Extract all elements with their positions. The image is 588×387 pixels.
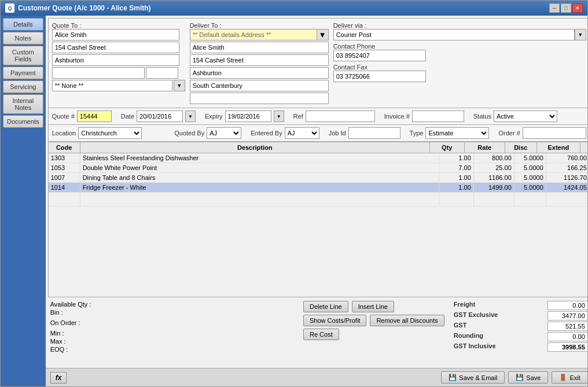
bottom-section: Available Qty : Bin : On Order : Min : M… — [48, 298, 587, 368]
entered-by-label: Entered By — [251, 130, 282, 137]
expiry-input[interactable] — [225, 110, 271, 122]
maximize-button[interactable]: □ — [561, 3, 571, 13]
cell-code-3: 1014 — [49, 183, 80, 192]
minimize-button[interactable]: ─ — [549, 3, 560, 13]
gst-inclusive-value: 3998.55 — [547, 342, 587, 352]
sidebar-item-custom-fields[interactable]: Custom Fields — [3, 46, 43, 65]
quote-to-extra1[interactable] — [52, 67, 145, 79]
save-icon-2: 💾 — [516, 374, 524, 381]
sidebar-item-notes[interactable]: Notes — [3, 32, 43, 45]
location-label: Location — [52, 130, 76, 137]
delete-line-button[interactable]: Delete Line — [303, 301, 348, 312]
sidebar-item-details[interactable]: Details — [3, 18, 43, 31]
sidebar-item-internal-notes[interactable]: Internal Notes — [3, 94, 43, 114]
cell-extend-0: 760.00 — [546, 153, 587, 163]
order-input[interactable] — [523, 127, 586, 139]
quote-to-extra2[interactable] — [146, 67, 178, 79]
col-extend: Extend — [537, 142, 580, 153]
deliver-to-select-btn[interactable]: ▼ — [317, 29, 329, 40]
ref-input[interactable] — [306, 110, 375, 122]
main-content: Details Notes Custom Fields Payment Serv… — [1, 16, 587, 386]
insert-line-button[interactable]: Insert Line — [352, 301, 394, 312]
quote-to-city[interactable] — [52, 54, 179, 66]
sidebar-item-documents[interactable]: Documents — [3, 115, 43, 128]
job-id-input[interactable] — [348, 127, 400, 139]
quote-to-none[interactable] — [52, 80, 172, 91]
show-costs-profit-button[interactable]: Show Costs/Profit — [303, 315, 366, 326]
gst-value: 521.55 — [547, 322, 587, 331]
cell-code-0: 1303 — [49, 153, 80, 163]
on-order-label: On Order : — [50, 319, 80, 326]
expiry-label: Expiry — [205, 113, 223, 120]
table-row[interactable]: 1053 Double White Power Point 7.00 25.00… — [49, 163, 587, 173]
deliver-to-street[interactable] — [190, 54, 329, 66]
form-section: Quote To : ▼ — [48, 18, 587, 108]
contact-phone-input[interactable] — [333, 50, 426, 61]
cell-qty-2: 1.00 — [439, 173, 474, 182]
rounding-label: Rounding — [454, 332, 483, 341]
date-picker-btn[interactable]: ▼ — [185, 110, 196, 122]
quoted-by-select[interactable]: AJ — [207, 127, 241, 139]
type-select[interactable]: Estimate — [425, 127, 489, 139]
window-title: Customer Quote (A/c 1000 - Alice Smith) — [18, 4, 151, 12]
ref-label: Ref — [293, 113, 303, 120]
sidebar: Details Notes Custom Fields Payment Serv… — [1, 16, 46, 386]
deliver-to-default[interactable] — [190, 29, 317, 40]
freight-value: 0.00 — [547, 301, 587, 310]
invoice-input[interactable] — [412, 110, 464, 122]
freight-label: Freight — [454, 301, 475, 310]
deliver-to-city[interactable] — [190, 67, 329, 79]
sidebar-item-servicing[interactable]: Servicing — [3, 80, 43, 93]
scroll-spacer — [580, 142, 587, 153]
table-row[interactable]: 1303 Stainless Steel Freestanding Dishwa… — [49, 153, 587, 163]
re-cost-button[interactable]: Re Cost — [303, 329, 339, 340]
fx-button[interactable]: fx — [50, 372, 67, 384]
gst-inclusive-label: GST Inclusive — [454, 342, 496, 352]
deliver-to-name[interactable] — [190, 42, 329, 53]
gst-exclusive-value: 3477.00 — [547, 311, 587, 320]
order-label: Order # — [498, 130, 520, 137]
max-label: Max : — [50, 338, 66, 345]
table-row[interactable]: 1014 Fridge Freezer - White 1.00 1499.00… — [49, 183, 587, 193]
deliver-via-value[interactable] — [333, 29, 575, 40]
save-button[interactable]: 💾 Save — [508, 371, 548, 384]
status-select[interactable]: Active Inactive — [494, 110, 557, 122]
cell-rate-0: 800.00 — [474, 153, 514, 163]
col-rate: Rate — [465, 142, 505, 153]
gst-label: GST — [454, 322, 467, 331]
footer: fx 💾 Save & Email 💾 Save 🚪 Exit — [46, 368, 587, 386]
table-row[interactable]: 1007 Dining Table and 8 Chairs 1.00 1186… — [49, 173, 587, 183]
quote-to-none-btn[interactable]: ▼ — [174, 80, 185, 91]
close-button[interactable]: ✕ — [572, 3, 583, 13]
save-email-button[interactable]: 💾 Save & Email — [441, 371, 505, 384]
status-label: Status — [473, 113, 491, 120]
sidebar-item-payment[interactable]: Payment — [3, 67, 43, 79]
location-select[interactable]: Christchurch — [78, 127, 142, 139]
invoice-label: Invoice # — [384, 113, 410, 120]
date-label: Date — [121, 113, 134, 120]
quote-to-street[interactable] — [52, 42, 179, 53]
contact-fax-label: Contact Fax — [333, 64, 586, 71]
expiry-picker-btn[interactable]: ▼ — [274, 110, 284, 122]
quote-num-input[interactable] — [77, 110, 112, 122]
remove-all-discounts-button[interactable]: Remove all Discounts — [370, 315, 444, 326]
deliver-to-extra[interactable] — [190, 93, 329, 104]
cell-desc-1: Double White Power Point — [80, 163, 439, 172]
quote-to-name[interactable] — [52, 29, 179, 40]
col-code: Code — [49, 142, 80, 153]
contact-fax-input[interactable] — [333, 71, 426, 82]
quote-num-label: Quote # — [52, 113, 75, 120]
deliver-via-btn[interactable]: ▼ — [575, 29, 586, 40]
deliver-to-section: Deliver To : ▼ — [190, 22, 329, 104]
table-row-empty[interactable] — [49, 193, 587, 207]
date-input[interactable] — [137, 110, 183, 122]
cell-rate-3: 1499.00 — [474, 183, 514, 192]
col-disc: Disc — [505, 142, 537, 153]
details-bar: Quote # Date ▼ Expiry ▼ Ref — [48, 108, 587, 125]
exit-button[interactable]: 🚪 Exit — [552, 371, 587, 384]
deliver-to-region[interactable] — [190, 80, 329, 91]
cell-disc-2: 5.0000 — [514, 173, 546, 182]
entered-by-select[interactable]: AJ — [285, 127, 319, 139]
col-description: Description — [80, 142, 430, 153]
save-email-label: Save & Email — [459, 374, 497, 381]
